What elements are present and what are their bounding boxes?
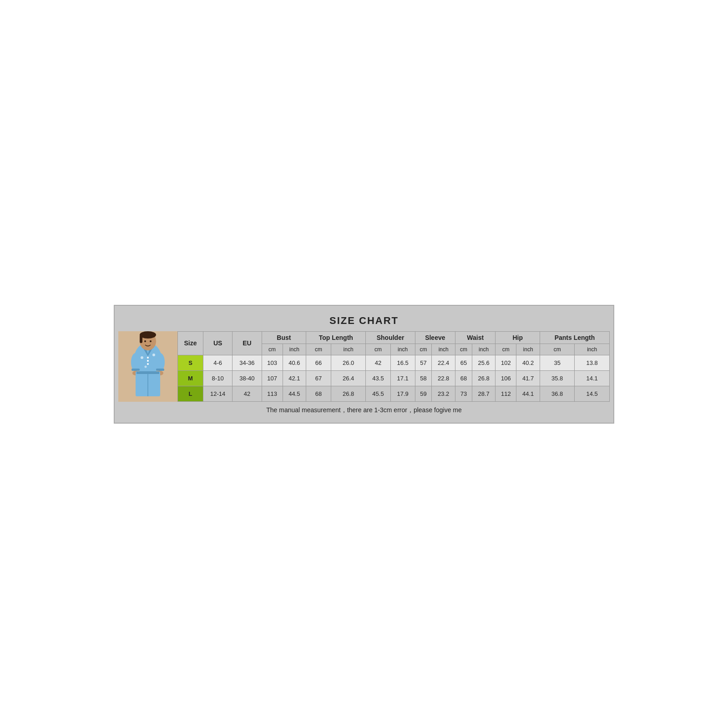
us-s: 4-6	[203, 355, 232, 370]
svg-point-5	[147, 363, 149, 365]
table-row: M 8-10 38-40 107 42.1 67 26.4 43.5 17.1 …	[178, 370, 610, 386]
waist-inch-s: 25.6	[472, 355, 495, 370]
table-row: L 12-14 42 113 44.5 68 26.8 45.5 17.9 59…	[178, 386, 610, 401]
sleeve-inch-m: 22.8	[432, 370, 455, 386]
pants-inch-s: 13.8	[575, 355, 610, 370]
eu-l: 42	[233, 386, 262, 401]
hip-cm-header: cm	[495, 344, 516, 355]
hip-inch-s: 40.2	[516, 355, 540, 370]
hip-cm-m: 106	[495, 370, 516, 386]
sleeve-cm-header: cm	[415, 344, 432, 355]
pants-cm-l: 36.8	[540, 386, 574, 401]
svg-point-22	[145, 365, 147, 368]
waist-inch-l: 28.7	[472, 386, 495, 401]
top-inch-s: 26.0	[331, 355, 366, 370]
hip-inch-header: inch	[516, 344, 540, 355]
us-col-header: US	[203, 331, 232, 355]
top-cm-header: cm	[306, 344, 331, 355]
bust-cm-l: 113	[262, 386, 283, 401]
pants-cm-m: 35.8	[540, 370, 574, 386]
svg-rect-17	[140, 335, 142, 343]
svg-point-21	[152, 354, 155, 356]
bust-header: Bust	[262, 331, 306, 344]
measurement-note: The manual measurement，there are 1-3cm e…	[118, 402, 610, 419]
eu-m: 38-40	[233, 370, 262, 386]
pants-cm-s: 35	[540, 355, 574, 370]
svg-point-3	[147, 357, 149, 359]
hip-inch-l: 44.1	[516, 386, 540, 401]
svg-rect-8	[131, 369, 140, 371]
waist-inch-m: 26.8	[472, 370, 495, 386]
shoulder-cm-l: 45.5	[366, 386, 390, 401]
bust-cm-s: 103	[262, 355, 283, 370]
top-cm-s: 66	[306, 355, 331, 370]
top-cm-l: 68	[306, 386, 331, 401]
size-table: Size US EU Bust Top Length Shoulder Slee…	[177, 331, 610, 402]
shoulder-cm-header: cm	[366, 344, 390, 355]
bust-inch-l: 44.5	[283, 386, 306, 401]
shoulder-inch-l: 17.9	[390, 386, 415, 401]
waist-inch-header: inch	[472, 344, 495, 355]
hip-cm-s: 102	[495, 355, 516, 370]
waist-cm-header: cm	[455, 344, 472, 355]
us-m: 8-10	[203, 370, 232, 386]
svg-point-4	[147, 360, 149, 362]
bust-inch-header: inch	[283, 344, 306, 355]
svg-point-20	[141, 356, 143, 359]
table-container: Size US EU Bust Top Length Shoulder Slee…	[118, 331, 610, 402]
model-image-cell	[118, 331, 177, 402]
svg-rect-9	[156, 369, 164, 371]
shoulder-inch-m: 17.1	[390, 370, 415, 386]
sleeve-cm-l: 59	[415, 386, 432, 401]
pants-length-header: Pants Length	[540, 331, 609, 344]
top-inch-header: inch	[331, 344, 366, 355]
sleeve-inch-header: inch	[432, 344, 455, 355]
table-row: S 4-6 34-36 103 40.6 66 26.0 42 16.5 57 …	[178, 355, 610, 370]
eu-s: 34-36	[233, 355, 262, 370]
bust-cm-header: cm	[262, 344, 283, 355]
size-l: L	[178, 386, 203, 401]
bust-inch-s: 40.6	[283, 355, 306, 370]
size-m: M	[178, 370, 203, 386]
pants-cm-header: cm	[540, 344, 574, 355]
sleeve-cm-m: 58	[415, 370, 432, 386]
size-chart-container: SIZE CHART	[114, 305, 614, 424]
sleeve-inch-l: 23.2	[432, 386, 455, 401]
svg-point-19	[150, 340, 152, 342]
top-inch-m: 26.4	[331, 370, 366, 386]
shoulder-inch-header: inch	[390, 344, 415, 355]
pants-inch-l: 14.5	[575, 386, 610, 401]
shoulder-inch-s: 16.5	[390, 355, 415, 370]
waist-cm-s: 65	[455, 355, 472, 370]
hip-header: Hip	[495, 331, 540, 344]
hip-inch-m: 41.7	[516, 370, 540, 386]
us-l: 12-14	[203, 386, 232, 401]
size-s: S	[178, 355, 203, 370]
eu-col-header: EU	[233, 331, 262, 355]
sleeve-cm-s: 57	[415, 355, 432, 370]
bust-cm-m: 107	[262, 370, 283, 386]
shoulder-cm-m: 43.5	[366, 370, 390, 386]
waist-cm-l: 73	[455, 386, 472, 401]
waist-header: Waist	[455, 331, 495, 344]
waist-cm-m: 68	[455, 370, 472, 386]
hip-cm-l: 112	[495, 386, 516, 401]
column-headers-row: Size US EU Bust Top Length Shoulder Slee…	[178, 331, 610, 344]
sleeve-header: Sleeve	[415, 331, 455, 344]
top-length-header: Top Length	[306, 331, 366, 344]
shoulder-header: Shoulder	[366, 331, 415, 344]
size-col-header: Size	[178, 331, 203, 355]
svg-point-18	[144, 340, 146, 342]
top-inch-l: 26.8	[331, 386, 366, 401]
pants-inch-m: 14.1	[575, 370, 610, 386]
shoulder-cm-s: 42	[366, 355, 390, 370]
bust-inch-m: 42.1	[283, 370, 306, 386]
top-cm-m: 67	[306, 370, 331, 386]
sleeve-inch-s: 22.4	[432, 355, 455, 370]
chart-title: SIZE CHART	[118, 309, 610, 331]
model-illustration	[123, 331, 173, 402]
pants-inch-header: inch	[575, 344, 610, 355]
